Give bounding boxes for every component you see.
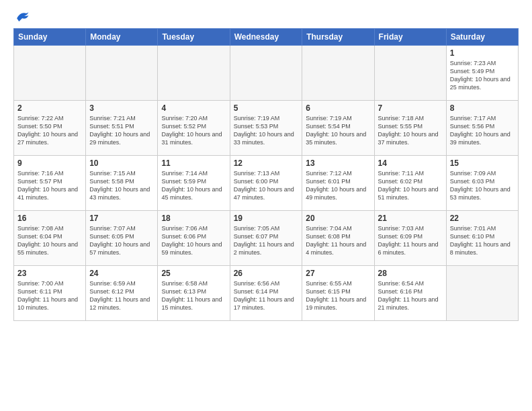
table-row: 13Sunrise: 7:12 AM Sunset: 6:01 PM Dayli…	[302, 156, 374, 211]
calendar-table: Sunday Monday Tuesday Wednesday Thursday…	[13, 28, 519, 321]
header	[13, 11, 519, 21]
table-row: 18Sunrise: 7:06 AM Sunset: 6:06 PM Dayli…	[158, 211, 230, 266]
day-number: 10	[89, 158, 154, 168]
day-number: 15	[450, 158, 515, 168]
day-info: Sunrise: 7:22 AM Sunset: 5:50 PM Dayligh…	[17, 114, 82, 147]
table-row: 17Sunrise: 7:07 AM Sunset: 6:05 PM Dayli…	[86, 211, 158, 266]
table-row: 19Sunrise: 7:05 AM Sunset: 6:07 PM Dayli…	[230, 211, 302, 266]
day-info: Sunrise: 7:23 AM Sunset: 5:49 PM Dayligh…	[450, 59, 515, 92]
table-row: 28Sunrise: 6:54 AM Sunset: 6:16 PM Dayli…	[374, 266, 446, 321]
table-row: 5Sunrise: 7:19 AM Sunset: 5:53 PM Daylig…	[230, 101, 302, 156]
col-saturday: Saturday	[446, 29, 518, 46]
day-number: 5	[234, 103, 299, 113]
table-row: 15Sunrise: 7:09 AM Sunset: 6:03 PM Dayli…	[446, 156, 518, 211]
day-number: 23	[17, 269, 82, 278]
day-number: 7	[378, 103, 443, 113]
day-info: Sunrise: 6:56 AM Sunset: 6:14 PM Dayligh…	[234, 279, 299, 312]
day-number: 2	[17, 103, 82, 113]
calendar-week-row: 16Sunrise: 7:08 AM Sunset: 6:04 PM Dayli…	[14, 211, 519, 266]
day-info: Sunrise: 7:05 AM Sunset: 6:07 PM Dayligh…	[234, 224, 299, 257]
col-sunday: Sunday	[14, 29, 86, 46]
col-wednesday: Wednesday	[230, 29, 302, 46]
calendar-week-row: 9Sunrise: 7:16 AM Sunset: 5:57 PM Daylig…	[14, 156, 519, 211]
col-friday: Friday	[374, 29, 446, 46]
page: Sunday Monday Tuesday Wednesday Thursday…	[0, 0, 532, 411]
logo-bird-icon	[15, 11, 30, 23]
day-info: Sunrise: 7:04 AM Sunset: 6:08 PM Dayligh…	[306, 224, 370, 257]
table-row: 22Sunrise: 7:01 AM Sunset: 6:10 PM Dayli…	[446, 211, 518, 266]
day-info: Sunrise: 6:55 AM Sunset: 6:15 PM Dayligh…	[306, 279, 370, 312]
day-number: 1	[450, 48, 515, 58]
col-monday: Monday	[86, 29, 158, 46]
table-row	[446, 266, 518, 321]
table-row	[230, 46, 302, 101]
day-info: Sunrise: 7:20 AM Sunset: 5:52 PM Dayligh…	[161, 114, 226, 147]
logo	[13, 11, 30, 21]
day-number: 12	[234, 158, 299, 168]
day-info: Sunrise: 7:15 AM Sunset: 5:58 PM Dayligh…	[89, 169, 154, 202]
table-row	[86, 46, 158, 101]
day-number: 24	[89, 269, 154, 278]
day-info: Sunrise: 7:12 AM Sunset: 6:01 PM Dayligh…	[306, 169, 370, 202]
col-tuesday: Tuesday	[158, 29, 230, 46]
day-info: Sunrise: 7:11 AM Sunset: 6:02 PM Dayligh…	[378, 169, 443, 202]
table-row: 16Sunrise: 7:08 AM Sunset: 6:04 PM Dayli…	[14, 211, 86, 266]
table-row	[158, 46, 230, 101]
day-number: 4	[161, 103, 226, 113]
calendar-header-row: Sunday Monday Tuesday Wednesday Thursday…	[14, 29, 519, 46]
day-info: Sunrise: 7:16 AM Sunset: 5:57 PM Dayligh…	[17, 169, 82, 202]
day-number: 21	[378, 214, 443, 223]
day-info: Sunrise: 7:19 AM Sunset: 5:53 PM Dayligh…	[234, 114, 299, 147]
calendar-week-row: 1Sunrise: 7:23 AM Sunset: 5:49 PM Daylig…	[14, 46, 519, 101]
day-info: Sunrise: 7:19 AM Sunset: 5:54 PM Dayligh…	[306, 114, 370, 147]
day-info: Sunrise: 7:06 AM Sunset: 6:06 PM Dayligh…	[161, 224, 226, 257]
table-row: 14Sunrise: 7:11 AM Sunset: 6:02 PM Dayli…	[374, 156, 446, 211]
day-number: 18	[161, 214, 226, 223]
day-info: Sunrise: 7:21 AM Sunset: 5:51 PM Dayligh…	[89, 114, 154, 147]
table-row: 23Sunrise: 7:00 AM Sunset: 6:11 PM Dayli…	[14, 266, 86, 321]
day-info: Sunrise: 7:08 AM Sunset: 6:04 PM Dayligh…	[17, 224, 82, 257]
day-info: Sunrise: 7:00 AM Sunset: 6:11 PM Dayligh…	[17, 279, 82, 312]
day-info: Sunrise: 6:58 AM Sunset: 6:13 PM Dayligh…	[161, 279, 226, 312]
day-number: 11	[161, 158, 226, 168]
table-row: 1Sunrise: 7:23 AM Sunset: 5:49 PM Daylig…	[446, 46, 518, 101]
day-info: Sunrise: 7:13 AM Sunset: 6:00 PM Dayligh…	[234, 169, 299, 202]
day-number: 20	[306, 214, 370, 223]
day-info: Sunrise: 7:09 AM Sunset: 6:03 PM Dayligh…	[450, 169, 515, 202]
table-row: 20Sunrise: 7:04 AM Sunset: 6:08 PM Dayli…	[302, 211, 374, 266]
calendar-week-row: 23Sunrise: 7:00 AM Sunset: 6:11 PM Dayli…	[14, 266, 519, 321]
day-number: 6	[306, 103, 370, 113]
day-number: 25	[161, 269, 226, 278]
day-info: Sunrise: 7:17 AM Sunset: 5:56 PM Dayligh…	[450, 114, 515, 147]
day-info: Sunrise: 7:03 AM Sunset: 6:09 PM Dayligh…	[378, 224, 443, 257]
table-row	[374, 46, 446, 101]
day-number: 8	[450, 103, 515, 113]
table-row: 4Sunrise: 7:20 AM Sunset: 5:52 PM Daylig…	[158, 101, 230, 156]
table-row: 24Sunrise: 6:59 AM Sunset: 6:12 PM Dayli…	[86, 266, 158, 321]
day-number: 14	[378, 158, 443, 168]
table-row: 21Sunrise: 7:03 AM Sunset: 6:09 PM Dayli…	[374, 211, 446, 266]
table-row: 9Sunrise: 7:16 AM Sunset: 5:57 PM Daylig…	[14, 156, 86, 211]
table-row: 3Sunrise: 7:21 AM Sunset: 5:51 PM Daylig…	[86, 101, 158, 156]
day-info: Sunrise: 7:18 AM Sunset: 5:55 PM Dayligh…	[378, 114, 443, 147]
calendar-week-row: 2Sunrise: 7:22 AM Sunset: 5:50 PM Daylig…	[14, 101, 519, 156]
day-number: 19	[234, 214, 299, 223]
table-row: 7Sunrise: 7:18 AM Sunset: 5:55 PM Daylig…	[374, 101, 446, 156]
table-row: 6Sunrise: 7:19 AM Sunset: 5:54 PM Daylig…	[302, 101, 374, 156]
day-number: 28	[378, 269, 443, 278]
table-row	[14, 46, 86, 101]
table-row: 10Sunrise: 7:15 AM Sunset: 5:58 PM Dayli…	[86, 156, 158, 211]
table-row: 2Sunrise: 7:22 AM Sunset: 5:50 PM Daylig…	[14, 101, 86, 156]
day-info: Sunrise: 7:14 AM Sunset: 5:59 PM Dayligh…	[161, 169, 226, 202]
table-row	[302, 46, 374, 101]
day-number: 22	[450, 214, 515, 223]
day-info: Sunrise: 7:07 AM Sunset: 6:05 PM Dayligh…	[89, 224, 154, 257]
table-row: 26Sunrise: 6:56 AM Sunset: 6:14 PM Dayli…	[230, 266, 302, 321]
day-info: Sunrise: 6:59 AM Sunset: 6:12 PM Dayligh…	[89, 279, 154, 312]
table-row: 8Sunrise: 7:17 AM Sunset: 5:56 PM Daylig…	[446, 101, 518, 156]
day-number: 17	[89, 214, 154, 223]
day-number: 26	[234, 269, 299, 278]
day-number: 13	[306, 158, 370, 168]
table-row: 11Sunrise: 7:14 AM Sunset: 5:59 PM Dayli…	[158, 156, 230, 211]
day-number: 16	[17, 214, 82, 223]
